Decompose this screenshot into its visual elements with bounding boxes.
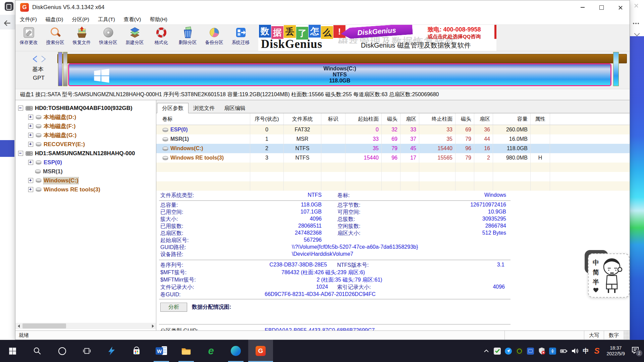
- tray-update-check-icon[interactable]: [493, 347, 501, 355]
- taskbar-clock[interactable]: 18:37 2022/5/9: [604, 345, 628, 357]
- tree-item-hd0[interactable]: HD0:TOSHIBAMQ04ABF100(932GB): [15, 104, 156, 113]
- menu-file[interactable]: 文件(F): [15, 14, 41, 24]
- expand-icon[interactable]: [28, 178, 33, 183]
- minimize-button[interactable]: [573, 0, 592, 14]
- ie-browser-button[interactable]: e: [199, 340, 223, 362]
- col-filesystem[interactable]: 文件系统: [284, 113, 321, 125]
- quick-partition-button[interactable]: 快速分区: [95, 25, 121, 51]
- scrollbar-thumb[interactable]: [22, 323, 66, 328]
- cortana-button[interactable]: [50, 340, 74, 362]
- tree-item-disk-g[interactable]: 本地磁盘(G:): [15, 131, 156, 140]
- scroll-left-icon[interactable]: [15, 323, 22, 329]
- tree-horizontal-scrollbar[interactable]: [15, 323, 156, 329]
- tree-item-esp[interactable]: ESP(0): [15, 158, 156, 167]
- expand-icon[interactable]: [28, 133, 33, 138]
- tab-sector-edit[interactable]: 扇区编辑: [219, 103, 250, 113]
- col-volume-label[interactable]: 卷标: [156, 113, 250, 125]
- tray-sogou-icon[interactable]: S: [593, 347, 601, 355]
- diskgenius-taskbar-button[interactable]: G: [248, 340, 273, 362]
- scroll-right-icon[interactable]: [150, 323, 156, 329]
- pinned-app-lightning[interactable]: [99, 340, 124, 362]
- table-row-windows-re[interactable]: Windows RE tools(3) 3 NTFS 15440 96 17 1…: [156, 153, 630, 163]
- search-partition-button[interactable]: 搜索分区: [42, 25, 68, 51]
- col-end-head[interactable]: 磁头: [455, 113, 474, 125]
- system-migrate-button[interactable]: 系统迁移: [227, 25, 254, 51]
- tree-item-windows-c[interactable]: Windows(C:): [15, 176, 156, 185]
- tray-ime-indicator[interactable]: 中: [582, 347, 590, 355]
- expand-icon[interactable]: [28, 124, 33, 129]
- collapse-icon[interactable]: [18, 151, 23, 156]
- maximize-button[interactable]: [592, 0, 611, 14]
- tree-item-windows-re[interactable]: Windows RE tools(3): [15, 185, 156, 194]
- tree-item-hd1[interactable]: HD1:SAMSUNGMZNLN128HAHQ-000: [15, 149, 156, 158]
- start-button[interactable]: [0, 340, 25, 362]
- menu-disk[interactable]: 磁盘(D): [41, 14, 68, 24]
- disk-prev-next-icons[interactable]: [32, 55, 47, 63]
- esp-partition-block[interactable]: [58, 52, 62, 86]
- tree-item-disk-f[interactable]: 本地磁盘(F:): [15, 122, 156, 131]
- windows-partition-block[interactable]: Windows(C:) NTFS 118.0GB: [68, 63, 611, 86]
- sogou-status-panel[interactable]: 中 简 半: [588, 253, 630, 298]
- tray-power-icon[interactable]: [560, 347, 568, 355]
- word-button[interactable]: W: [149, 340, 174, 362]
- new-partition-button[interactable]: 新建分区: [121, 25, 148, 51]
- microsoft-store-button[interactable]: [124, 340, 149, 362]
- recovery-partition-block[interactable]: [613, 52, 619, 86]
- save-changes-button[interactable]: 保存更改: [15, 25, 42, 51]
- recover-files-button[interactable]: 恢复文件: [68, 25, 95, 51]
- tree-item-disk-d[interactable]: 本地磁盘(D:): [15, 113, 156, 122]
- expand-icon[interactable]: [28, 187, 33, 192]
- col-start-cyl[interactable]: 起始柱面: [345, 113, 382, 125]
- col-seq-status[interactable]: 序号(状态): [250, 113, 284, 125]
- edge-button[interactable]: [223, 340, 248, 362]
- close-button[interactable]: [611, 0, 630, 14]
- file-explorer-button[interactable]: [174, 340, 199, 362]
- tab-browse-files[interactable]: 浏览文件: [189, 103, 219, 113]
- col-end-cyl[interactable]: 终止柱面: [419, 113, 455, 125]
- taskbar-search-button[interactable]: [25, 340, 50, 362]
- col-id[interactable]: 标识: [321, 113, 345, 125]
- col-attr[interactable]: 属性: [531, 113, 550, 125]
- table-row-windows-selected[interactable]: Windows(C:) 2 NTFS 35 79 45 15440 96 16 …: [156, 144, 630, 153]
- qq-link[interactable]: 或点击此处选择QQ咨询: [415, 34, 493, 40]
- banner-contact[interactable]: 致电: 400-008-9958 或点击此处选择QQ咨询: [415, 25, 493, 40]
- notification-center-button[interactable]: 2: [631, 346, 641, 356]
- overflow-menu-icon[interactable]: [633, 23, 640, 25]
- collapse-icon[interactable]: [18, 106, 23, 111]
- tab-partition-params[interactable]: 分区参数: [157, 103, 189, 113]
- col-start-sector[interactable]: 扇区: [400, 113, 419, 125]
- backup-partition-button[interactable]: 备份分区: [201, 25, 227, 51]
- tray-nvidia-icon[interactable]: [516, 347, 524, 355]
- ad-banner[interactable]: 磁盘管理及数据恢复软件 数 据 丢 了 怎 么 ! DiskGenius 致电:…: [258, 25, 496, 51]
- menu-view[interactable]: 查看(V): [119, 14, 146, 24]
- tray-snowflake-icon[interactable]: [549, 347, 557, 355]
- sogou-simplified-label[interactable]: 简: [593, 268, 599, 277]
- col-capacity[interactable]: 容量: [493, 113, 531, 125]
- tree-item-recovery-e[interactable]: RECOVERY(E:): [15, 140, 156, 149]
- tray-chevron-up-icon[interactable]: [482, 347, 490, 355]
- task-view-button[interactable]: [74, 340, 99, 362]
- expand-icon[interactable]: [28, 160, 33, 165]
- col-start-head[interactable]: 磁头: [382, 113, 400, 125]
- back-arrow-icon[interactable]: [3, 19, 12, 27]
- tray-messenger-icon[interactable]: [504, 347, 513, 355]
- table-row-esp[interactable]: ESP(0) 0 FAT32 0 32 33 33 69 36 260.0MB: [156, 125, 630, 134]
- sogou-lang-label[interactable]: 中: [593, 258, 599, 267]
- heart-icon[interactable]: [593, 288, 599, 293]
- background-close-icon[interactable]: [634, 3, 639, 8]
- menu-tools[interactable]: 工具(T): [94, 14, 119, 24]
- resize-grip[interactable]: [624, 331, 630, 340]
- menu-partition[interactable]: 分区(P): [67, 14, 94, 24]
- tray-volume-icon[interactable]: [571, 347, 579, 355]
- sogou-halfwidth-label[interactable]: 半: [593, 278, 599, 287]
- format-button[interactable]: 格式化: [148, 25, 174, 51]
- msr-partition-block[interactable]: [63, 52, 67, 86]
- menu-help[interactable]: 帮助(H): [145, 14, 172, 24]
- analyze-button[interactable]: 分析: [160, 303, 187, 312]
- tray-intel-graphics-icon[interactable]: [527, 347, 535, 355]
- delete-partition-button[interactable]: 删除分区: [174, 25, 201, 51]
- tray-defender-icon[interactable]: [538, 347, 546, 355]
- tree-item-msr[interactable]: MSR(1): [15, 167, 156, 176]
- browser-tab-icon[interactable]: [5, 2, 13, 11]
- col-end-sector[interactable]: 扇区: [474, 113, 493, 125]
